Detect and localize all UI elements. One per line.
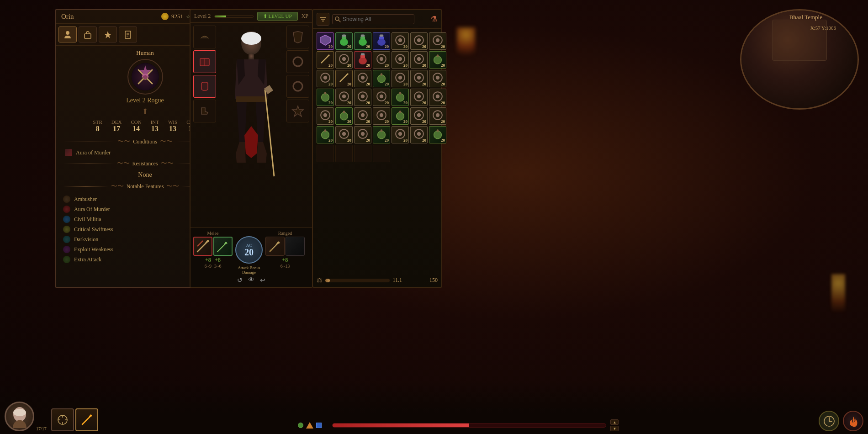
item-count: 20 [347,63,351,68]
hud-action-attack[interactable] [75,408,98,431]
inventory-cell[interactable]: 20 [410,51,428,69]
inventory-cell[interactable]: 20 [429,89,446,106]
inventory-filter-icon[interactable]: ⚗ [430,14,438,24]
party-portrait-1[interactable] [5,402,34,431]
inventory-cell[interactable]: 20 [335,89,353,106]
inventory-cell[interactable]: 20 [429,70,446,87]
item-count: 20 [422,63,426,68]
inventory-cell[interactable]: 20 [335,70,353,87]
item-count: 20 [385,101,389,105]
undo-action[interactable]: ↩ [260,276,265,284]
inventory-cell[interactable]: 20 [317,70,334,87]
level-up-button[interactable]: ⬆ LEVEL UP [257,12,298,21]
inventory-cell[interactable]: 20 [373,70,390,87]
inventory-cell[interactable]: 20 [373,32,390,50]
inventory-cell[interactable]: 20 [429,51,446,69]
tab-spells[interactable] [99,26,117,42]
inventory-cell[interactable]: 20 [354,70,371,87]
inventory-cell[interactable]: 20 [410,70,428,87]
hud-timer-icon[interactable] [819,411,839,431]
inventory-cell[interactable] [354,145,371,162]
svg-point-98 [397,112,404,120]
slot-boots[interactable] [193,100,216,122]
inventory-cell[interactable]: 20 [392,126,409,143]
ranged-label: Ranged [278,231,292,236]
hud-flame-icon[interactable] [843,411,863,431]
inventory-cell[interactable]: 20 [410,89,428,106]
minimap[interactable] [740,9,859,110]
inventory-cell[interactable]: 20 [354,126,371,143]
inventory-cell[interactable]: 20 [354,51,371,69]
tab-journal[interactable] [119,26,137,42]
svg-point-116 [434,131,442,139]
slot-ring2[interactable] [286,75,309,98]
examine-action[interactable]: 👁 [248,276,254,284]
inventory-cell[interactable]: 20 [410,126,428,143]
rotate-action[interactable]: ↺ [237,276,243,284]
weight-bar-container: ⚖ 11.1 150 [317,276,438,284]
ranged-weapon-slot-2[interactable] [286,237,305,256]
item-count: 20 [366,82,370,86]
svg-point-83 [380,95,383,98]
inventory-cell[interactable]: 20 [392,89,409,106]
inventory-cell[interactable]: 20 [373,51,390,69]
health-up-button[interactable]: ▲ [610,419,619,425]
inventory-cell[interactable] [317,145,334,162]
inventory-cell[interactable]: 20 [317,107,334,125]
inventory-cell[interactable]: 20 [354,107,371,125]
inventory-cell[interactable]: 20 [392,51,409,69]
inventory-cell[interactable]: 20 [429,126,446,143]
inventory-cell[interactable]: 20 [373,126,390,143]
svg-rect-85 [399,92,401,95]
svg-point-81 [361,95,365,98]
gold-icon [161,13,169,20]
inventory-cell[interactable]: 20 [335,126,353,143]
inventory-cell[interactable]: 20 [317,32,334,50]
svg-rect-93 [343,111,345,113]
tab-inventory[interactable] [79,26,97,42]
inventory-cell[interactable] [335,145,353,162]
inventory-cell[interactable]: 20 [317,89,334,106]
health-down-button[interactable]: ▼ [610,426,619,431]
inventory-cell[interactable]: 20 [335,51,353,69]
item-count: 20 [422,119,426,124]
slot-helmet[interactable] [193,26,216,48]
item-count: 20 [385,138,389,143]
inventory-cell[interactable]: 20 [354,32,371,50]
inventory-cell[interactable]: 20 [335,107,353,125]
inventory-cell[interactable]: 20 [392,32,409,50]
ranged-weapon-slot-1[interactable] [265,237,285,256]
inventory-cell[interactable]: 20 [317,51,334,69]
svg-point-104 [322,131,329,139]
tab-character[interactable] [58,26,77,42]
inventory-cell[interactable]: 20 [373,89,390,106]
inventory-cell[interactable]: 20 [354,89,371,106]
inventory-cell[interactable]: 20 [429,32,446,50]
svg-rect-1 [85,34,91,38]
inventory-cell[interactable]: 20 [410,107,428,125]
slot-cloak[interactable] [286,26,309,48]
inventory-cell[interactable] [373,145,390,162]
slot-chest[interactable] [193,50,216,73]
melee-label: Melee [207,231,219,236]
equipment-slots-area [191,23,312,188]
item-count: 20 [385,44,389,49]
slot-gloves[interactable] [193,75,216,98]
inventory-cell[interactable]: 20 [392,107,409,125]
inventory-cell[interactable]: 20 [392,70,409,87]
inventory-sort-button[interactable] [317,13,329,26]
inventory-cell[interactable]: 20 [429,107,446,125]
slot-amulet[interactable] [286,100,309,122]
inventory-search-input[interactable] [332,14,414,24]
inventory-cell[interactable]: 20 [335,32,353,50]
slot-ring1[interactable] [286,50,309,73]
svg-point-51 [342,57,346,61]
svg-point-95 [361,113,365,117]
hud-action-crosshair[interactable] [51,408,74,431]
melee-weapon-slot-2[interactable] [213,237,233,256]
health-bar [332,423,606,428]
inventory-cell[interactable]: 20 [410,32,428,50]
inventory-cell[interactable]: 20 [317,126,334,143]
inventory-cell[interactable]: 20 [373,107,390,125]
melee-weapon-slot-1[interactable] [193,237,212,256]
